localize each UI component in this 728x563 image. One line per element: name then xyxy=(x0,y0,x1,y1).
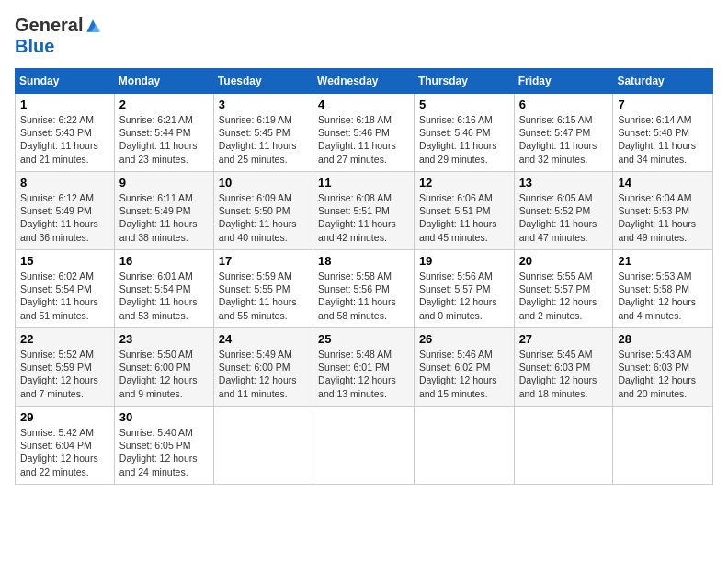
calendar-cell: 4Sunrise: 6:18 AM Sunset: 5:46 PM Daylig… xyxy=(313,94,415,172)
day-number: 14 xyxy=(618,176,708,190)
day-info: Sunrise: 5:40 AM Sunset: 6:05 PM Dayligh… xyxy=(119,426,209,478)
day-info: Sunrise: 6:11 AM Sunset: 5:49 PM Dayligh… xyxy=(119,191,209,244)
calendar-cell: 6Sunrise: 6:15 AM Sunset: 5:47 PM Daylig… xyxy=(514,94,613,172)
calendar-week-5: 29Sunrise: 5:42 AM Sunset: 6:04 PM Dayli… xyxy=(16,407,713,485)
day-info: Sunrise: 6:05 AM Sunset: 5:52 PM Dayligh… xyxy=(519,191,609,244)
calendar-cell: 17Sunrise: 5:59 AM Sunset: 5:55 PM Dayli… xyxy=(213,250,313,328)
day-info: Sunrise: 6:14 AM Sunset: 5:48 PM Dayligh… xyxy=(618,113,708,166)
calendar-cell: 23Sunrise: 5:50 AM Sunset: 6:00 PM Dayli… xyxy=(114,328,213,407)
day-number: 10 xyxy=(219,176,308,190)
calendar-cell: 28Sunrise: 5:43 AM Sunset: 6:03 PM Dayli… xyxy=(613,328,713,407)
calendar-cell: 3Sunrise: 6:19 AM Sunset: 5:45 PM Daylig… xyxy=(213,94,313,172)
day-info: Sunrise: 6:08 AM Sunset: 5:51 PM Dayligh… xyxy=(318,191,409,244)
calendar-cell: 21Sunrise: 5:53 AM Sunset: 5:58 PM Dayli… xyxy=(613,250,713,328)
day-info: Sunrise: 5:49 AM Sunset: 6:00 PM Dayligh… xyxy=(219,348,308,400)
calendar-cell xyxy=(414,407,514,485)
day-header-monday: Monday xyxy=(114,69,213,94)
calendar-cell: 25Sunrise: 5:48 AM Sunset: 6:01 PM Dayli… xyxy=(313,328,415,407)
calendar-cell: 14Sunrise: 6:04 AM Sunset: 5:53 PM Dayli… xyxy=(613,172,713,250)
day-number: 17 xyxy=(219,254,308,268)
calendar-cell: 12Sunrise: 6:06 AM Sunset: 5:51 PM Dayli… xyxy=(414,172,514,250)
calendar-cell: 16Sunrise: 6:01 AM Sunset: 5:54 PM Dayli… xyxy=(114,250,213,328)
calendar-cell xyxy=(213,407,313,485)
calendar-cell: 24Sunrise: 5:49 AM Sunset: 6:00 PM Dayli… xyxy=(213,328,313,407)
day-number: 3 xyxy=(219,98,308,111)
day-info: Sunrise: 6:16 AM Sunset: 5:46 PM Dayligh… xyxy=(419,113,509,166)
day-number: 18 xyxy=(318,254,409,268)
day-info: Sunrise: 5:48 AM Sunset: 6:01 PM Dayligh… xyxy=(318,348,409,400)
day-info: Sunrise: 5:53 AM Sunset: 5:58 PM Dayligh… xyxy=(618,270,708,322)
day-number: 22 xyxy=(20,332,109,346)
logo-general: General xyxy=(15,15,83,36)
day-number: 28 xyxy=(618,332,708,346)
day-header-sunday: Sunday xyxy=(16,69,115,94)
day-header-wednesday: Wednesday xyxy=(313,69,415,94)
day-header-tuesday: Tuesday xyxy=(213,69,313,94)
calendar-table: SundayMondayTuesdayWednesdayThursdayFrid… xyxy=(15,68,713,485)
day-number: 24 xyxy=(219,332,308,346)
day-info: Sunrise: 6:15 AM Sunset: 5:47 PM Dayligh… xyxy=(519,113,609,166)
day-number: 6 xyxy=(519,98,609,111)
day-info: Sunrise: 5:52 AM Sunset: 5:59 PM Dayligh… xyxy=(20,348,109,400)
logo: General Blue xyxy=(15,15,103,57)
calendar-cell: 30Sunrise: 5:40 AM Sunset: 6:05 PM Dayli… xyxy=(114,407,213,485)
calendar-cell: 2Sunrise: 6:21 AM Sunset: 5:44 PM Daylig… xyxy=(114,94,213,172)
day-info: Sunrise: 6:02 AM Sunset: 5:54 PM Dayligh… xyxy=(20,270,109,322)
day-number: 8 xyxy=(20,176,109,190)
day-info: Sunrise: 6:18 AM Sunset: 5:46 PM Dayligh… xyxy=(318,113,409,166)
day-info: Sunrise: 6:12 AM Sunset: 5:49 PM Dayligh… xyxy=(20,191,109,244)
calendar-cell: 19Sunrise: 5:56 AM Sunset: 5:57 PM Dayli… xyxy=(414,250,514,328)
day-number: 23 xyxy=(119,332,209,346)
day-number: 29 xyxy=(20,410,109,424)
day-info: Sunrise: 6:22 AM Sunset: 5:43 PM Dayligh… xyxy=(20,113,109,166)
day-info: Sunrise: 5:50 AM Sunset: 6:00 PM Dayligh… xyxy=(119,348,209,400)
day-info: Sunrise: 6:21 AM Sunset: 5:44 PM Dayligh… xyxy=(119,113,209,166)
logo-icon xyxy=(84,17,102,35)
day-number: 15 xyxy=(20,254,109,268)
day-number: 26 xyxy=(419,332,509,346)
day-info: Sunrise: 5:55 AM Sunset: 5:57 PM Dayligh… xyxy=(519,270,609,322)
calendar-cell xyxy=(514,407,613,485)
calendar-cell: 20Sunrise: 5:55 AM Sunset: 5:57 PM Dayli… xyxy=(514,250,613,328)
day-number: 16 xyxy=(119,254,209,268)
day-number: 30 xyxy=(119,410,209,424)
day-info: Sunrise: 5:56 AM Sunset: 5:57 PM Dayligh… xyxy=(419,270,509,322)
calendar-cell: 26Sunrise: 5:46 AM Sunset: 6:02 PM Dayli… xyxy=(414,328,514,407)
page-header: General Blue xyxy=(15,15,713,57)
logo-blue: Blue xyxy=(15,36,54,56)
day-info: Sunrise: 6:19 AM Sunset: 5:45 PM Dayligh… xyxy=(219,113,308,166)
calendar-cell: 1Sunrise: 6:22 AM Sunset: 5:43 PM Daylig… xyxy=(16,94,115,172)
calendar-week-4: 22Sunrise: 5:52 AM Sunset: 5:59 PM Dayli… xyxy=(16,328,713,407)
calendar-cell: 29Sunrise: 5:42 AM Sunset: 6:04 PM Dayli… xyxy=(16,407,115,485)
day-number: 13 xyxy=(519,176,609,190)
day-number: 19 xyxy=(419,254,509,268)
day-number: 7 xyxy=(618,98,708,111)
day-number: 27 xyxy=(519,332,609,346)
calendar-cell xyxy=(613,407,713,485)
day-info: Sunrise: 5:43 AM Sunset: 6:03 PM Dayligh… xyxy=(618,348,708,400)
day-info: Sunrise: 5:46 AM Sunset: 6:02 PM Dayligh… xyxy=(419,348,509,400)
day-header-thursday: Thursday xyxy=(414,69,514,94)
calendar-cell: 27Sunrise: 5:45 AM Sunset: 6:03 PM Dayli… xyxy=(514,328,613,407)
day-info: Sunrise: 5:42 AM Sunset: 6:04 PM Dayligh… xyxy=(20,426,109,478)
day-number: 20 xyxy=(519,254,609,268)
day-info: Sunrise: 6:04 AM Sunset: 5:53 PM Dayligh… xyxy=(618,191,708,244)
day-header-friday: Friday xyxy=(514,69,613,94)
calendar-cell: 15Sunrise: 6:02 AM Sunset: 5:54 PM Dayli… xyxy=(16,250,115,328)
calendar-cell: 8Sunrise: 6:12 AM Sunset: 5:49 PM Daylig… xyxy=(16,172,115,250)
calendar-cell: 11Sunrise: 6:08 AM Sunset: 5:51 PM Dayli… xyxy=(313,172,415,250)
calendar-week-3: 15Sunrise: 6:02 AM Sunset: 5:54 PM Dayli… xyxy=(16,250,713,328)
day-info: Sunrise: 6:06 AM Sunset: 5:51 PM Dayligh… xyxy=(419,191,509,244)
day-header-saturday: Saturday xyxy=(613,69,713,94)
day-info: Sunrise: 5:59 AM Sunset: 5:55 PM Dayligh… xyxy=(219,270,308,322)
calendar-cell: 10Sunrise: 6:09 AM Sunset: 5:50 PM Dayli… xyxy=(213,172,313,250)
calendar-week-1: 1Sunrise: 6:22 AM Sunset: 5:43 PM Daylig… xyxy=(16,94,713,172)
calendar-cell xyxy=(313,407,415,485)
calendar-header-row: SundayMondayTuesdayWednesdayThursdayFrid… xyxy=(16,69,713,94)
day-number: 21 xyxy=(618,254,708,268)
day-number: 12 xyxy=(419,176,509,190)
calendar-cell: 22Sunrise: 5:52 AM Sunset: 5:59 PM Dayli… xyxy=(16,328,115,407)
calendar-cell: 18Sunrise: 5:58 AM Sunset: 5:56 PM Dayli… xyxy=(313,250,415,328)
day-number: 5 xyxy=(419,98,509,111)
calendar-cell: 5Sunrise: 6:16 AM Sunset: 5:46 PM Daylig… xyxy=(414,94,514,172)
